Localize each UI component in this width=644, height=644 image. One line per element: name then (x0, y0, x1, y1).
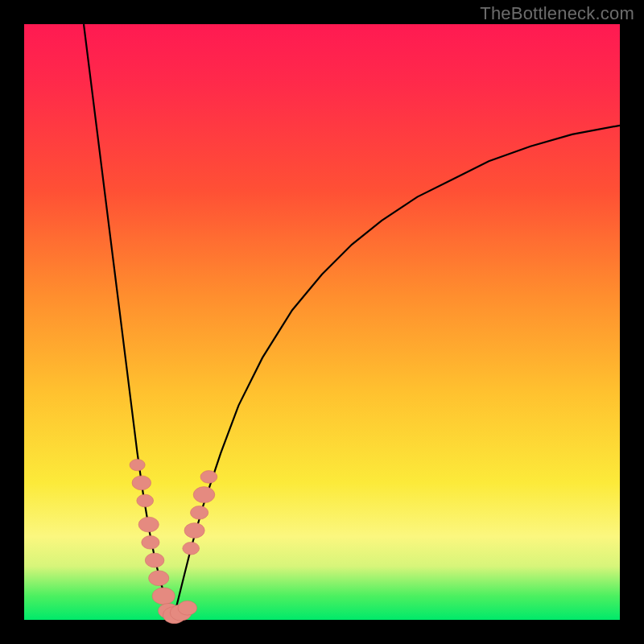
watermark-text: TheBottleneck.com (480, 3, 634, 24)
curve-right-branch (173, 126, 620, 620)
plot-area (24, 24, 620, 620)
scatter-dot (200, 471, 217, 484)
scatter-dot (152, 588, 175, 605)
chart-frame: TheBottleneck.com (0, 0, 644, 644)
scatter-dot (137, 494, 154, 507)
scatter-dot (183, 542, 200, 555)
scatter-dot (145, 553, 164, 568)
scatter-dot (130, 459, 145, 470)
scatter-dot (138, 517, 159, 532)
curve-left-branch (84, 24, 173, 620)
curve-layer (84, 24, 620, 620)
scatter-dot (191, 506, 208, 520)
scatter-dot (178, 601, 197, 615)
scatter-dot (184, 523, 204, 539)
scatter-dot (142, 536, 159, 550)
chart-svg (24, 24, 620, 620)
scatter-dot (149, 571, 169, 586)
scatter-layer (130, 459, 217, 623)
scatter-dot (132, 476, 151, 490)
scatter-dot (193, 487, 215, 503)
